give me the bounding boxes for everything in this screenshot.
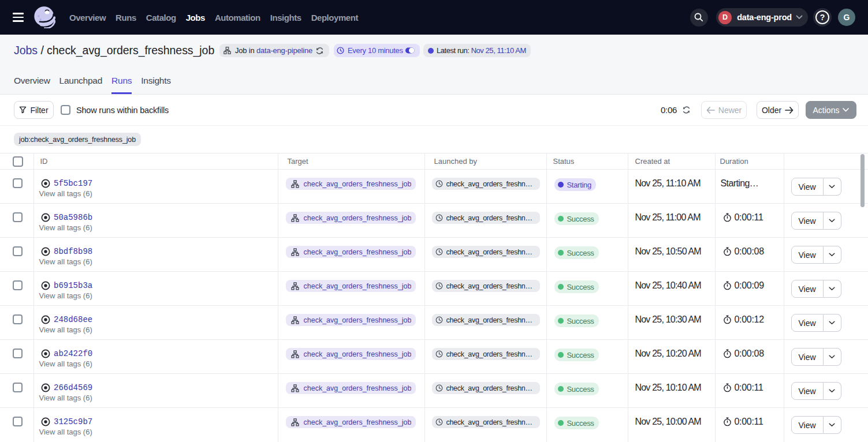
svg-text:?: ?: [820, 13, 825, 22]
